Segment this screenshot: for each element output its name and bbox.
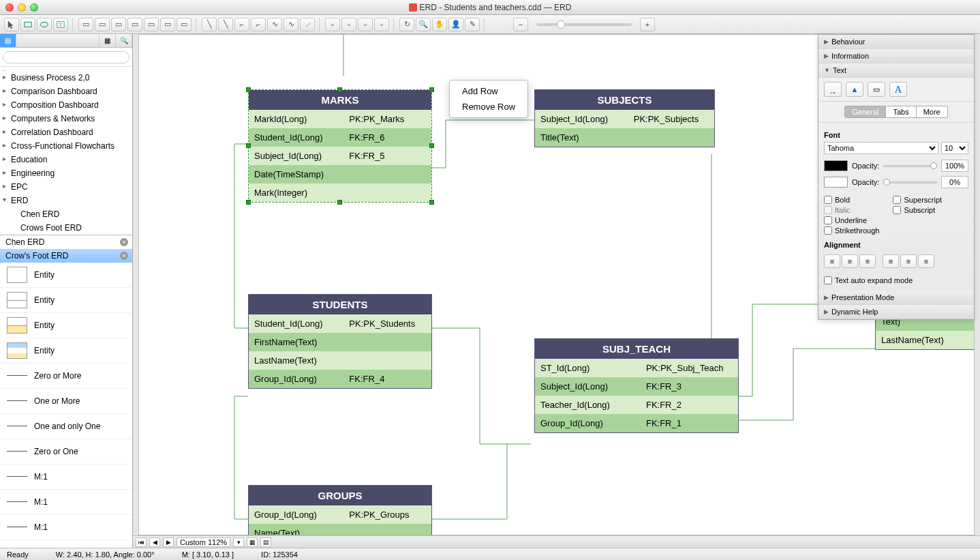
table-row[interactable]: Name(Text) [249,524,431,535]
bold-checkbox[interactable] [824,196,832,204]
table-row[interactable]: Group_Id(Long)FK:FR_4 [249,370,431,388]
zoom-menu-button[interactable]: ▾ [233,537,244,547]
close-icon[interactable]: × [120,252,128,260]
table-row[interactable]: FirstName(Text) [249,333,431,351]
open-library-crowsfoot[interactable]: Crow's Foot ERD× [0,249,132,263]
stencil-item[interactable]: M:1 [0,490,132,515]
close-icon[interactable]: × [120,238,128,246]
align-tool-4[interactable]: ▭ [127,18,142,31]
bg-color-swatch[interactable] [824,177,848,188]
connector-tool-2[interactable]: ╲ [218,18,233,31]
connector-tool-3[interactable]: ⌐ [234,18,249,31]
inspector-behaviour[interactable]: ▶Behaviour [818,35,974,49]
stencil-item[interactable]: One and only One [0,414,132,439]
underline-checkbox[interactable] [824,216,832,224]
text-tool[interactable]: T [53,18,68,31]
refresh-tool[interactable]: ↻ [399,18,414,31]
align-tool-7[interactable]: ▭ [177,18,192,31]
valign-top-button[interactable]: ≡ [883,254,899,268]
tab-more[interactable]: More [917,106,948,118]
font-size-select[interactable]: 10 [941,142,968,154]
autoexpand-checkbox[interactable] [824,276,832,284]
table-row[interactable]: Teacher_Id(Long)FK:FR_2 [535,396,738,414]
tree-item[interactable]: EPC [0,180,132,194]
group-tool-1[interactable]: ▫ [325,18,340,31]
connector-tool-4[interactable]: ⌐ [251,18,266,31]
align-tool-2[interactable]: ▭ [95,18,110,31]
erd-table-marks[interactable]: MARKS MarkId(Long)PK:PK_MarksStudent_Id(… [248,89,432,203]
zoom-value[interactable]: Custom 112% [177,537,230,547]
text-underline-icon[interactable]: ⏟ [824,82,842,97]
inspector-help[interactable]: ▶Dynamic Help [818,305,974,319]
italic-checkbox[interactable] [824,206,832,214]
tree-item[interactable]: Education [0,153,132,166]
library-tree[interactable]: Business Process 2,0 Comparison Dashboar… [0,67,132,235]
table-row[interactable]: Subject_Id(Long)FK:FR_3 [535,377,738,396]
align-tool-5[interactable]: ▭ [144,18,159,31]
menu-remove-row[interactable]: Remove Row [450,99,527,115]
zoom-in-button[interactable]: + [640,18,655,31]
align-tool-1[interactable]: ▭ [78,18,93,31]
super-checkbox[interactable] [893,196,901,204]
stencil-item[interactable]: Entity [0,313,132,338]
ellipse-tool[interactable] [37,18,52,31]
stencil-item[interactable]: M:1 [0,515,132,540]
stencil-item[interactable]: Entity [0,338,132,364]
next-page-button[interactable]: ▶ [163,537,174,547]
connector-tool-5[interactable]: ∿ [267,18,282,31]
view-grid-button[interactable]: ▦ [247,537,258,547]
table-row[interactable]: Subject_Id(Long)FK:FR_5 [249,147,431,165]
font-icon[interactable]: A [889,82,907,97]
table-row[interactable]: Student_Id(Long)PK:PK_Students [249,314,431,333]
opacity-slider-1[interactable] [883,165,937,167]
zoom-slider[interactable] [536,23,632,26]
inspector-presentation[interactable]: ▶Presentation Mode [818,291,974,305]
tree-item-erd[interactable]: ERD [0,194,132,207]
table-row[interactable]: LastName(Text) [249,351,431,370]
hand-tool[interactable]: ✋ [432,18,447,31]
first-page-button[interactable]: ⏮ [136,537,147,547]
table-row[interactable]: Date(TimeStamp) [249,165,431,183]
align-tool-3[interactable]: ▭ [111,18,126,31]
zoom-out-button[interactable]: − [513,18,528,31]
pointer-tool[interactable] [4,18,19,31]
table-row[interactable]: Subject_Id(Long)PK:PK_Subjects [535,110,714,128]
stencil-item[interactable]: One or More [0,389,132,414]
connector-tool-6[interactable]: ∿ [284,18,298,31]
table-row[interactable]: LastName(Text) [876,331,975,349]
stencil-item[interactable]: Entity [0,288,132,313]
stencil-item[interactable]: M:1 [0,465,132,490]
valign-mid-button[interactable]: ≡ [900,254,917,268]
text-color-icon[interactable]: ▲ [846,82,863,97]
tree-item[interactable]: Composition Dashboard [0,98,132,112]
sub-checkbox[interactable] [893,206,901,214]
stencil-item[interactable]: Entity [0,263,132,288]
open-library-chen[interactable]: Chen ERD× [0,235,132,249]
table-row[interactable]: Title(Text) [535,128,714,147]
text-color-swatch[interactable] [824,160,848,171]
tree-child[interactable]: Crows Foot ERD [0,221,132,235]
inspector-information[interactable]: ▶Information [818,49,974,63]
tree-item[interactable]: Computers & Networks [0,112,132,126]
tree-item[interactable]: Engineering [0,166,132,180]
search-input[interactable] [3,51,129,63]
stencil-item[interactable]: Zero or More [0,364,132,389]
valign-bot-button[interactable]: ≡ [918,254,934,268]
tab-tabs[interactable]: Tabs [886,106,916,118]
erd-table-students[interactable]: STUDENTS Student_Id(Long)PK:PK_StudentsF… [248,294,432,389]
opacity-value-1[interactable] [941,160,968,172]
user-tool[interactable]: 👤 [448,18,463,31]
rect-tool[interactable] [20,18,35,31]
grid-view-tab[interactable]: ▦ [99,34,116,47]
stencil-item[interactable]: Zero or One [0,439,132,465]
opacity-slider-2[interactable] [883,181,937,183]
erd-table-groups[interactable]: GROUPS Group_Id(Long)PK:PK_GroupsName(Te… [248,485,432,535]
prev-page-button[interactable]: ◀ [149,537,160,547]
table-row[interactable]: ST_Id(Long)PK:PK_Subj_Teach [535,359,738,377]
opacity-value-2[interactable] [941,176,968,188]
inspector-text[interactable]: ▼Text [818,63,974,78]
table-row[interactable]: Group_Id(Long)FK:FR_1 [535,414,738,432]
align-right-button[interactable]: ≡ [859,254,876,268]
erd-table-subjteach[interactable]: SUBJ_TEACH ST_Id(Long)PK:PK_Subj_TeachSu… [534,338,739,433]
align-left-button[interactable]: ≡ [824,254,840,268]
